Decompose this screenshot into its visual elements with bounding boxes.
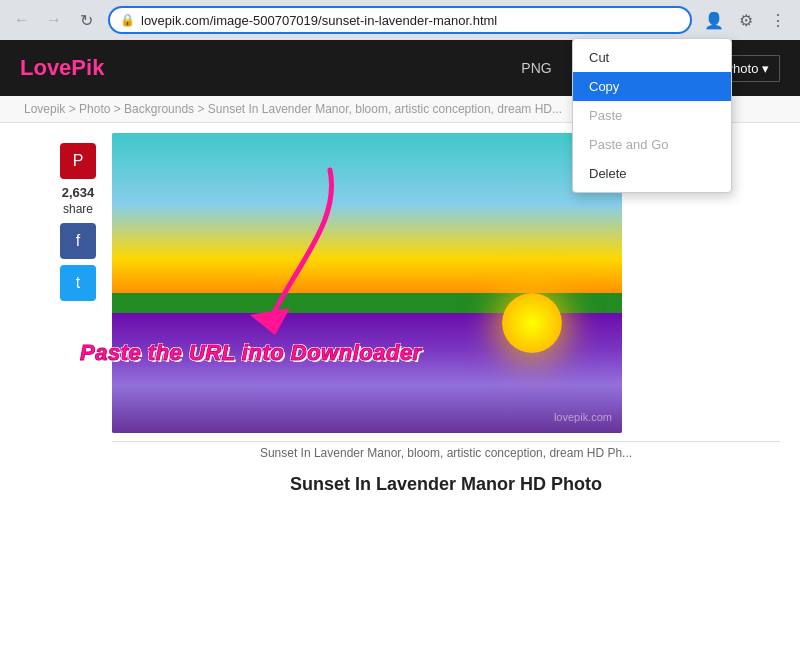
facebook-button[interactable]: f — [60, 223, 96, 259]
extensions-button[interactable]: ⚙ — [732, 6, 760, 34]
lock-icon: 🔒 — [120, 13, 135, 27]
social-count: 2,634 share — [62, 185, 95, 217]
image-placeholder: lovepik.com — [112, 133, 622, 433]
context-menu-copy[interactable]: Copy — [573, 72, 731, 101]
context-menu-paste-and-go[interactable]: Paste and Go — [573, 130, 731, 159]
refresh-button[interactable]: ↻ — [72, 6, 100, 34]
sun — [502, 293, 562, 353]
logo-pik: Pik — [71, 55, 104, 80]
sky-gradient — [112, 133, 622, 313]
forward-button[interactable]: → — [40, 6, 68, 34]
context-menu-cut[interactable]: Cut — [573, 43, 731, 72]
pinterest-icon: P — [73, 152, 84, 170]
back-button[interactable]: ← — [8, 6, 36, 34]
context-menu: Cut Copy Paste Paste and Go Delete — [572, 38, 732, 193]
twitter-icon: t — [76, 274, 80, 292]
image-caption: Sunset In Lavender Manor, bloom, artisti… — [112, 441, 780, 464]
profile-button[interactable]: 👤 — [700, 6, 728, 34]
address-bar[interactable]: 🔒 lovepik.com/image-500707019/sunset-in-… — [108, 6, 692, 34]
address-text: lovepik.com/image-500707019/sunset-in-la… — [141, 13, 680, 28]
facebook-icon: f — [76, 232, 80, 250]
context-menu-paste[interactable]: Paste — [573, 101, 731, 130]
pinterest-button[interactable]: P — [60, 143, 96, 179]
image-title: Sunset In Lavender Manor HD Photo — [112, 474, 780, 495]
browser-actions: 👤 ⚙ ⋮ — [700, 6, 792, 34]
nav-item-png[interactable]: PNG — [509, 60, 563, 76]
social-sidebar: P 2,634 share f t — [60, 133, 96, 495]
nav-buttons: ← → ↻ — [8, 6, 100, 34]
lovepik-logo: LovePik — [20, 55, 104, 81]
menu-button[interactable]: ⋮ — [764, 6, 792, 34]
logo-love: Love — [20, 55, 71, 80]
browser-toolbar: ← → ↻ 🔒 lovepik.com/image-500707019/suns… — [0, 0, 800, 40]
context-menu-delete[interactable]: Delete — [573, 159, 731, 188]
browser-chrome: ← → ↻ 🔒 lovepik.com/image-500707019/suns… — [0, 0, 800, 40]
twitter-button[interactable]: t — [60, 265, 96, 301]
image-watermark: lovepik.com — [554, 411, 612, 423]
